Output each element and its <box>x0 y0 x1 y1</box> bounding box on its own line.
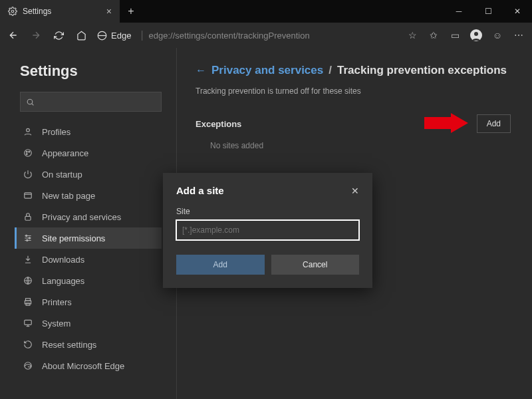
nav-back-button[interactable] <box>3 25 24 46</box>
svg-point-7 <box>26 151 27 152</box>
sidebar-item-label: Appearance <box>42 148 88 158</box>
svg-point-5 <box>27 128 30 132</box>
more-menu-button[interactable]: ⋯ <box>508 25 529 46</box>
brush-icon <box>23 148 34 158</box>
sidebar-item-label: New tab page <box>42 191 95 201</box>
breadcrumb-back-icon[interactable]: ← <box>196 65 206 76</box>
breadcrumb-current: Tracking prevention exceptions <box>337 64 507 77</box>
nav-refresh-button[interactable] <box>48 25 69 46</box>
svg-rect-11 <box>25 216 31 220</box>
address-toolbar: Edge | edge://settings/content/trackingP… <box>0 23 532 48</box>
breadcrumb-link[interactable]: Privacy and services <box>211 64 323 77</box>
svg-rect-10 <box>25 193 32 198</box>
site-field-label: Site <box>176 207 359 216</box>
sidebar-item-site-permissions[interactable]: Site permissions <box>15 227 162 249</box>
exceptions-heading: Exceptions <box>196 119 241 129</box>
tab-icon <box>23 191 34 200</box>
sidebar-item-reset-settings[interactable]: Reset settings <box>15 334 162 355</box>
sidebar-item-label: System <box>42 319 70 329</box>
sidebar-item-privacy-and-services[interactable]: Privacy and services <box>15 206 162 227</box>
window-minimize-button[interactable]: ─ <box>444 0 473 23</box>
browser-tab-label: Settings <box>23 7 51 16</box>
sidebar-item-downloads[interactable]: Downloads <box>15 249 162 270</box>
sidebar-item-on-startup[interactable]: On startup <box>15 164 162 185</box>
add-site-dialog: Add a site ✕ Site Add Cancel <box>163 173 372 288</box>
sidebar-item-label: On startup <box>42 170 82 180</box>
window-close-button[interactable]: ✕ <box>503 0 532 23</box>
dialog-add-button[interactable]: Add <box>176 255 265 275</box>
download-icon <box>23 255 34 264</box>
settings-sidebar: Settings ProfilesAppearanceOn startupNew… <box>0 48 176 399</box>
new-tab-button[interactable]: + <box>120 0 142 23</box>
globe-icon <box>23 276 34 285</box>
sidebar-item-label: Languages <box>42 276 84 286</box>
gear-icon <box>8 7 17 16</box>
sidebar-item-label: About Microsoft Edge <box>42 361 124 371</box>
nav-forward-button[interactable] <box>25 25 47 46</box>
nav-home-button[interactable] <box>70 25 92 46</box>
dialog-title: Add a site <box>176 185 224 196</box>
url-separator: | <box>136 29 147 41</box>
browser-tab[interactable]: Settings × <box>0 0 120 23</box>
sidebar-item-label: Profiles <box>42 127 70 137</box>
svg-point-9 <box>26 154 27 155</box>
sidebar-item-label: Reset settings <box>42 340 96 350</box>
sidebar-item-new-tab-page[interactable]: New tab page <box>15 185 162 206</box>
tab-close-icon[interactable]: × <box>106 6 112 17</box>
favorite-star-icon[interactable]: ☆ <box>402 25 423 46</box>
address-url-text: edge://settings/content/trackingPreventi… <box>149 31 310 41</box>
sidebar-item-label: Privacy and services <box>42 212 121 222</box>
svg-point-14 <box>27 239 28 241</box>
sidebar-item-label: Printers <box>42 297 72 307</box>
lock-icon <box>23 212 34 221</box>
dialog-cancel-button[interactable]: Cancel <box>271 255 360 275</box>
site-identity-label: Edge <box>111 31 131 41</box>
system-icon <box>23 319 34 328</box>
page-subtitle: Tracking prevention is turned off for th… <box>196 86 511 96</box>
svg-point-0 <box>11 10 14 13</box>
breadcrumb: ← Privacy and services / Tracking preven… <box>196 64 511 77</box>
window-maximize-button[interactable]: ☐ <box>473 0 503 23</box>
settings-search-input[interactable] <box>20 92 162 112</box>
printer-icon <box>23 297 34 307</box>
svg-point-13 <box>29 237 30 239</box>
svg-rect-19 <box>25 320 32 325</box>
power-icon <box>23 170 34 179</box>
sidebar-item-label: Site permissions <box>42 233 105 243</box>
settings-heading: Settings <box>20 63 162 80</box>
sidebar-item-system[interactable]: System <box>15 313 162 334</box>
window-titlebar: Settings × + ─ ☐ ✕ <box>0 0 532 23</box>
svg-point-6 <box>25 150 32 157</box>
profile-avatar[interactable] <box>466 25 487 46</box>
sidebar-item-appearance[interactable]: Appearance <box>15 142 162 164</box>
person-icon <box>23 127 34 136</box>
svg-point-4 <box>27 99 33 104</box>
address-input[interactable]: edge://settings/content/trackingPreventi… <box>149 31 400 41</box>
svg-point-3 <box>474 32 478 36</box>
feedback-smile-icon[interactable]: ☺ <box>487 25 508 46</box>
exceptions-empty-text: No sites added <box>196 133 511 150</box>
svg-point-12 <box>26 235 27 236</box>
sliders-icon <box>23 233 34 243</box>
sidebar-item-languages[interactable]: Languages <box>15 270 162 291</box>
reset-icon <box>23 340 34 349</box>
favorites-button[interactable]: ✩ <box>423 25 444 46</box>
site-identity[interactable]: Edge <box>93 31 135 41</box>
svg-point-8 <box>29 151 30 152</box>
sidebar-item-printers[interactable]: Printers <box>15 291 162 313</box>
sidebar-item-about-microsoft-edge[interactable]: About Microsoft Edge <box>15 355 162 376</box>
sidebar-item-label: Downloads <box>42 255 84 265</box>
add-exception-button[interactable]: Add <box>477 114 511 133</box>
breadcrumb-sep: / <box>329 64 332 77</box>
search-icon <box>26 98 35 106</box>
site-url-input[interactable] <box>176 220 359 240</box>
dialog-close-button[interactable]: ✕ <box>351 186 359 196</box>
collections-button[interactable]: ▭ <box>444 25 466 46</box>
sidebar-item-profiles[interactable]: Profiles <box>15 121 162 142</box>
edge-icon <box>23 361 34 370</box>
